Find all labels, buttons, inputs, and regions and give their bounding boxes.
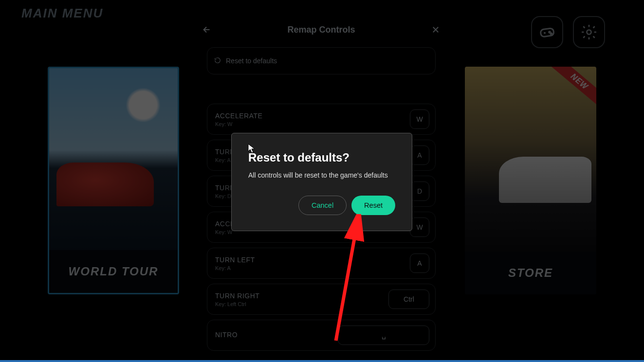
- reset-confirm-dialog: Reset to defaults? All controls will be …: [231, 133, 412, 231]
- control-row[interactable]: NITRO ␣: [207, 320, 436, 351]
- cancel-button[interactable]: Cancel: [298, 196, 347, 215]
- control-key: Key: Left Ctrl: [215, 301, 259, 307]
- close-icon[interactable]: [428, 22, 443, 37]
- svg-point-4: [551, 33, 552, 35]
- reset-button[interactable]: Reset: [351, 196, 395, 215]
- gear-icon[interactable]: [573, 16, 605, 48]
- key-badge[interactable]: A: [410, 145, 429, 165]
- control-name: TURN LEFT: [215, 256, 255, 264]
- reset-to-defaults-row[interactable]: Reset to defaults: [207, 47, 436, 74]
- main-menu-title: MAIN MENU: [21, 6, 103, 21]
- dialog-text: All controls will be reset to the game's…: [248, 171, 395, 179]
- svg-rect-0: [540, 28, 554, 37]
- card-label: WORLD TOUR: [49, 250, 178, 293]
- key-badge[interactable]: ␣: [338, 326, 429, 345]
- refresh-icon: [214, 57, 221, 65]
- dialog-title: Reset to defaults?: [248, 151, 395, 164]
- back-arrow-icon[interactable]: [199, 22, 215, 37]
- control-row[interactable]: TURN LEFT Key: A A: [207, 248, 436, 279]
- remap-title: Remap Controls: [287, 25, 355, 35]
- key-badge[interactable]: W: [410, 217, 429, 237]
- svg-point-5: [587, 30, 591, 35]
- control-row[interactable]: ACCELERATE Key: W W: [207, 104, 436, 135]
- control-row[interactable]: TURN RIGHT Key: Left Ctrl Ctrl: [207, 284, 436, 315]
- key-badge[interactable]: A: [410, 253, 429, 273]
- reset-defaults-label: Reset to defaults: [226, 57, 277, 65]
- card-world-tour[interactable]: WORLD TOUR: [48, 67, 179, 294]
- new-badge: NEW: [547, 67, 596, 110]
- card-label: STORE: [465, 252, 596, 294]
- key-badge[interactable]: D: [410, 181, 429, 201]
- control-name: TURN RIGHT: [215, 292, 259, 300]
- card-store[interactable]: NEW STORE: [465, 67, 596, 294]
- control-name: NITRO: [215, 331, 238, 339]
- key-badge[interactable]: W: [410, 109, 429, 129]
- control-name: ACCELERATE: [215, 112, 262, 120]
- key-badge[interactable]: Ctrl: [388, 290, 429, 309]
- control-key: Key: A: [215, 265, 255, 271]
- control-key: Key: W: [215, 121, 262, 127]
- controller-icon[interactable]: [531, 16, 563, 48]
- svg-point-3: [549, 32, 551, 33]
